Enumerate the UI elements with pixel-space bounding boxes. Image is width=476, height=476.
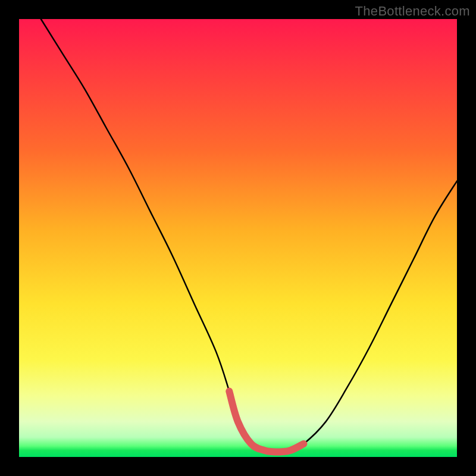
flat-highlight [229,392,303,452]
chart-container: TheBottleneck.com [0,0,476,476]
plot-area [19,19,457,457]
main-curve [41,19,457,452]
chart-svg [19,19,457,457]
watermark-text: TheBottleneck.com [355,4,470,19]
